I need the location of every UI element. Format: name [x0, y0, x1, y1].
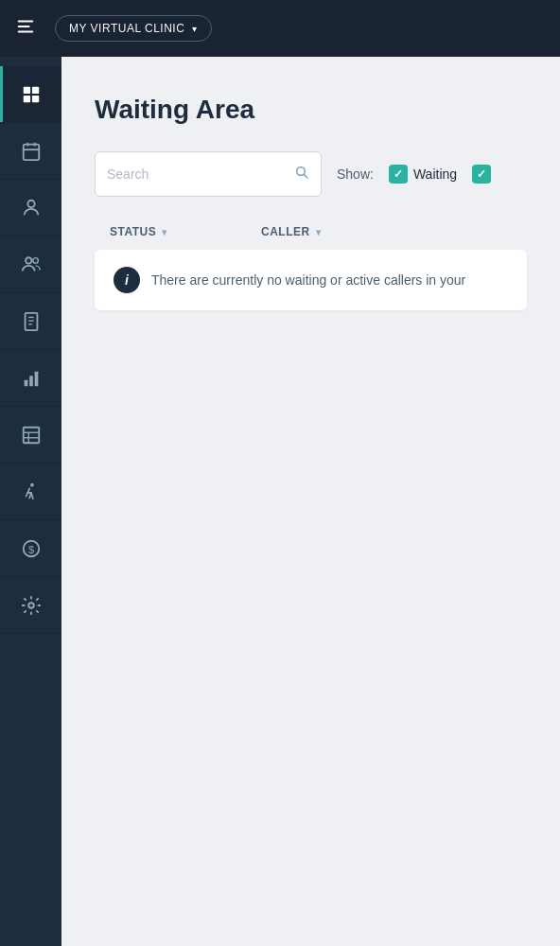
calendar-icon: [21, 141, 42, 162]
svg-point-13: [32, 257, 38, 263]
svg-line-30: [304, 174, 307, 178]
empty-state-text: There are currently no waiting or active…: [151, 272, 465, 288]
empty-state-message: i There are currently no waiting or acti…: [95, 250, 527, 310]
clinic-dropdown[interactable]: MY VIRTUAL CLINIC ▾: [55, 15, 212, 42]
col-status-header[interactable]: STATUS ▾: [110, 225, 261, 238]
svg-rect-18: [24, 379, 27, 385]
active-checkbox[interactable]: [472, 165, 491, 184]
search-filter-row: Show: Waiting: [95, 151, 527, 197]
grid-icon: [21, 84, 42, 105]
search-icon: [294, 165, 309, 184]
search-input[interactable]: [107, 166, 289, 182]
svg-point-12: [26, 257, 31, 263]
bookmark-icon: [21, 311, 42, 332]
show-label: Show:: [337, 166, 374, 182]
svg-rect-5: [23, 95, 29, 101]
svg-rect-21: [23, 427, 39, 443]
person-icon: [21, 198, 42, 219]
svg-text:$: $: [27, 543, 33, 554]
svg-rect-14: [25, 312, 37, 329]
bar-chart-icon: [21, 368, 42, 389]
svg-rect-3: [23, 86, 29, 93]
sidebar-item-settings[interactable]: [0, 577, 61, 634]
sidebar-item-calendar[interactable]: [0, 123, 61, 180]
sidebar-item-patient[interactable]: [0, 180, 61, 236]
clinic-name: MY VIRTUAL CLINIC: [69, 22, 184, 35]
content-area: Waiting Area Show: Waiting: [61, 57, 560, 946]
menu-icon[interactable]: [15, 16, 36, 42]
caller-col-label: CALLER: [261, 225, 310, 238]
svg-rect-20: [34, 371, 38, 386]
sidebar-item-team[interactable]: [0, 236, 61, 293]
sidebar-item-billing[interactable]: $: [0, 520, 61, 577]
sidebar-item-forms[interactable]: [0, 407, 61, 464]
gear-icon: [21, 595, 42, 616]
svg-point-28: [28, 603, 34, 608]
status-sort-icon: ▾: [162, 227, 167, 237]
sidebar-item-workflow[interactable]: [0, 464, 61, 520]
svg-rect-1: [18, 26, 30, 27]
sidebar-item-dashboard[interactable]: [0, 66, 61, 123]
svg-rect-2: [18, 30, 34, 32]
table-header: STATUS ▾ CALLER ▾: [95, 218, 527, 246]
topbar: MY VIRTUAL CLINIC ▾: [0, 0, 560, 57]
svg-point-11: [27, 200, 34, 206]
sidebar-item-records[interactable]: [0, 293, 61, 350]
caller-sort-icon: ▾: [316, 227, 322, 237]
main-layout: $ Waiting Area Sh: [0, 57, 560, 946]
waiting-checkbox[interactable]: [389, 165, 408, 184]
svg-rect-4: [31, 86, 38, 93]
svg-rect-19: [29, 376, 33, 386]
sidebar: $: [0, 57, 61, 946]
table-icon: [21, 425, 42, 446]
col-caller-header[interactable]: CALLER ▾: [261, 225, 512, 238]
filter-waiting[interactable]: Waiting: [389, 165, 457, 184]
search-box: [95, 151, 322, 197]
svg-point-25: [30, 482, 34, 486]
people-icon: [21, 254, 42, 275]
dollar-circle-icon: $: [21, 538, 42, 559]
filter-active[interactable]: [472, 165, 491, 184]
waiting-label: Waiting: [413, 166, 457, 182]
svg-rect-0: [18, 20, 34, 22]
info-icon: i: [114, 267, 140, 293]
page-title: Waiting Area: [95, 95, 527, 125]
svg-rect-7: [23, 144, 39, 160]
sidebar-item-reports[interactable]: [0, 350, 61, 407]
clinic-chevron-icon: ▾: [192, 24, 198, 34]
svg-rect-6: [31, 95, 38, 101]
person-walking-icon: [21, 482, 42, 502]
status-col-label: STATUS: [110, 225, 156, 238]
